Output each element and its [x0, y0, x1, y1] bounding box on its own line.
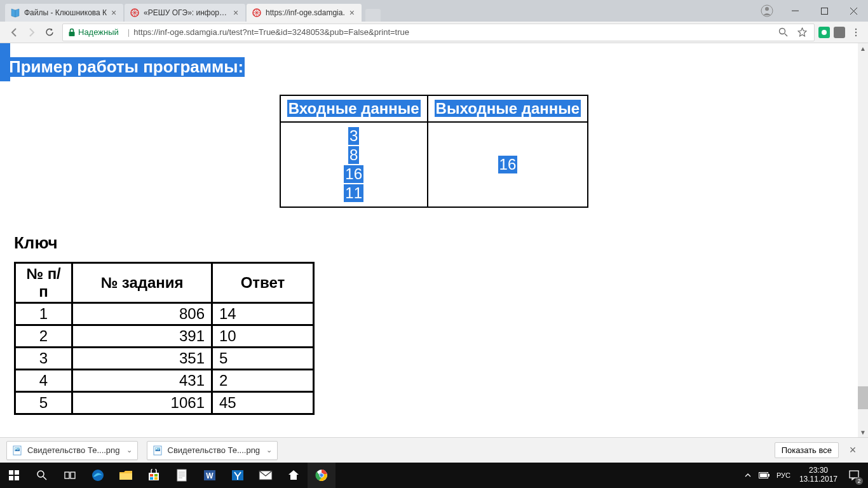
table-row: 3 351 5: [15, 348, 314, 370]
th-task: № задания: [72, 263, 212, 303]
edge-icon[interactable]: [84, 463, 112, 488]
forward-button[interactable]: [23, 24, 41, 41]
clock[interactable]: 23:30 13.11.2017: [794, 466, 843, 484]
scroll-up-icon[interactable]: ▲: [858, 43, 868, 53]
window-controls: [757, 0, 868, 22]
table-row: 2 391 10: [15, 325, 314, 348]
tab-title: https://inf-oge.sdamgia.: [266, 8, 345, 17]
home-icon[interactable]: [280, 463, 308, 488]
reload-button[interactable]: [41, 24, 58, 41]
language-indicator[interactable]: РУС: [773, 471, 794, 479]
search-button[interactable]: [28, 463, 56, 488]
taskbar-apps: W: [84, 463, 336, 488]
table-row: 5 1061 45: [15, 392, 314, 414]
close-window-button[interactable]: [839, 2, 868, 20]
th-n: № п/п: [15, 263, 72, 303]
svg-rect-5: [69, 32, 75, 36]
svg-rect-4: [821, 8, 827, 14]
store-icon[interactable]: [140, 463, 168, 488]
download-filename: Свидетельство Те....png: [168, 445, 261, 455]
svg-rect-29: [150, 477, 153, 480]
svg-point-10: [855, 34, 857, 36]
secure-label: Надежный: [78, 27, 119, 37]
notepad-icon[interactable]: [168, 463, 196, 488]
svg-rect-43: [850, 471, 858, 478]
notif-badge: 2: [855, 477, 863, 485]
site-icon: [252, 8, 262, 18]
back-button[interactable]: [5, 24, 23, 41]
svg-rect-28: [154, 474, 158, 477]
image-file-icon: [12, 445, 22, 456]
scrollbar[interactable]: ▲ ▼: [858, 43, 868, 437]
close-downloads-bar[interactable]: ×: [844, 442, 862, 459]
svg-rect-20: [15, 476, 19, 480]
close-icon[interactable]: ×: [348, 8, 356, 17]
tab-title: «РЕШУ ОГЭ»: информат: [144, 8, 229, 17]
new-tab-button[interactable]: [365, 9, 381, 22]
downloads-bar: Свидетельство Те....png ⌄ Свидетельство …: [0, 437, 868, 463]
start-button[interactable]: [0, 463, 28, 488]
download-item-0[interactable]: Свидетельство Те....png ⌄: [6, 441, 138, 460]
book-icon: [10, 8, 20, 18]
profile-icon[interactable]: [757, 1, 776, 20]
svg-point-24: [92, 470, 104, 481]
svg-rect-27: [150, 474, 153, 477]
download-filename: Свидетельство Те....png: [27, 445, 120, 455]
tab-0[interactable]: Файлы - Клюшникова К ×: [5, 4, 123, 22]
svg-point-3: [765, 7, 769, 11]
chevron-down-icon[interactable]: ⌄: [266, 446, 272, 454]
menu-button[interactable]: [849, 25, 863, 39]
show-all-downloads-button[interactable]: Показать все: [775, 442, 839, 458]
svg-point-21: [37, 471, 44, 477]
tray-chevron-icon[interactable]: [740, 463, 756, 488]
svg-rect-41: [768, 474, 770, 477]
bookmark-icon[interactable]: [795, 25, 809, 39]
date: 13.11.2017: [799, 475, 837, 484]
url-input[interactable]: Надежный | https://inf-oge.sdamgia.ru/te…: [62, 24, 815, 41]
th-input: Входные данные: [280, 95, 428, 122]
scroll-down-icon[interactable]: ▼: [858, 427, 868, 437]
close-icon[interactable]: ×: [109, 8, 118, 17]
page-content: Пример работы программы: Входные данные …: [0, 43, 868, 415]
image-file-icon: [153, 445, 163, 456]
separator: |: [128, 27, 130, 37]
tab-1[interactable]: «РЕШУ ОГЭ»: информат ×: [125, 4, 245, 22]
tab-2-active[interactable]: https://inf-oge.sdamgia. ×: [247, 4, 362, 22]
svg-point-16: [156, 448, 157, 449]
file-explorer-icon[interactable]: [112, 463, 140, 488]
maximize-button[interactable]: [810, 2, 839, 20]
svg-rect-23: [71, 472, 75, 478]
url-text: https://inf-oge.sdamgia.ru/test?nt=True&…: [133, 27, 409, 37]
task-view-button[interactable]: [56, 463, 84, 488]
svg-rect-30: [154, 477, 158, 480]
table-row: 1 806 14: [15, 303, 314, 325]
mail-icon[interactable]: [252, 463, 280, 488]
battery-icon[interactable]: [756, 463, 773, 488]
td-output: 16: [428, 122, 588, 207]
svg-rect-31: [177, 470, 186, 481]
svg-text:W: W: [206, 471, 214, 480]
chevron-down-icon[interactable]: ⌄: [126, 446, 132, 454]
th-output: Выходные данные: [428, 95, 588, 122]
svg-rect-22: [65, 472, 69, 478]
svg-point-6: [779, 29, 785, 34]
answer-table: № п/п № задания Ответ 1 806 14 2 391 10 …: [14, 262, 315, 415]
th-ans: Ответ: [212, 263, 314, 303]
download-item-1[interactable]: Свидетельство Те....png ⌄: [147, 441, 278, 460]
minimize-button[interactable]: [780, 2, 810, 20]
zoom-icon[interactable]: [776, 25, 790, 39]
word-icon[interactable]: W: [196, 463, 224, 488]
address-bar: Надежный | https://inf-oge.sdamgia.ru/te…: [0, 22, 868, 43]
close-icon[interactable]: ×: [231, 8, 240, 17]
action-center-icon[interactable]: 2: [843, 463, 865, 488]
chrome-icon[interactable]: [308, 463, 336, 488]
extension-gray-icon[interactable]: [834, 27, 845, 38]
selection-edge: [0, 43, 10, 81]
key-heading: Ключ: [14, 233, 868, 253]
extension-green-icon[interactable]: [818, 27, 830, 38]
toolbar-right: [818, 25, 863, 39]
yammer-icon[interactable]: [224, 463, 252, 488]
taskbar: W РУС 23:30 13.11.2017 2: [0, 463, 868, 488]
scroll-thumb[interactable]: [858, 386, 868, 409]
secure-indicator: Надежный: [68, 27, 119, 37]
